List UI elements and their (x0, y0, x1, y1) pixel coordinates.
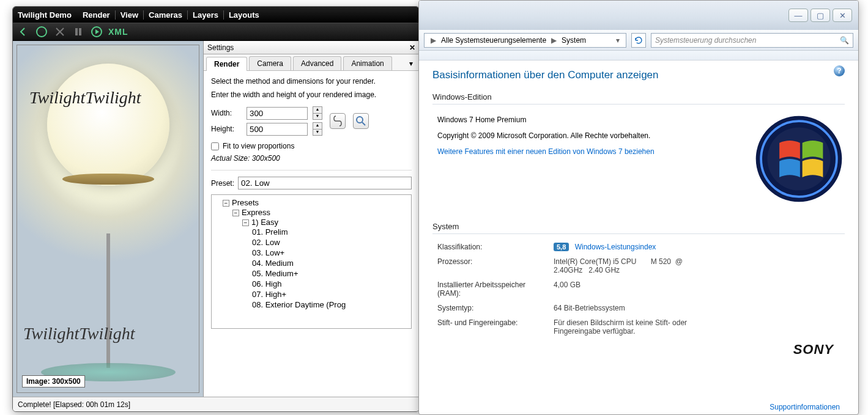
width-spinner[interactable]: ▲▼ (313, 106, 322, 120)
search-placeholder: Systemsteuerung durchsuchen (655, 36, 756, 45)
svg-rect-1 (75, 28, 78, 35)
xml-button[interactable]: XML (108, 27, 128, 37)
preset-item[interactable]: 05. Medium+ (252, 268, 410, 279)
pause-icon[interactable] (72, 25, 85, 39)
preset-item[interactable]: 08. Exterior Daytime (Prog (252, 299, 410, 310)
minimize-button[interactable]: — (788, 9, 808, 22)
tab-animation[interactable]: Animation (343, 56, 391, 70)
fit-proportions-checkbox[interactable] (211, 142, 219, 150)
crumb-level1[interactable]: Alle Systemsteuerungselemente (439, 36, 549, 45)
breadcrumb[interactable]: ▶ Alle Systemsteuerungselemente ▶ System… (424, 33, 626, 48)
settings-pane: Settings ✕ Render Camera Advanced Animat… (204, 41, 419, 397)
cpu-label: Prozessor: (437, 257, 547, 274)
toggle-icon[interactable]: − (242, 219, 249, 226)
desc-line2: Enter the width and height of your rende… (211, 90, 412, 99)
type-label: Systemtyp: (437, 304, 547, 312)
fit-proportions-label: Fit to view proportions (223, 142, 294, 150)
menu-render[interactable]: Render (78, 10, 115, 20)
pen-value: Für diesen Bildschirm ist keine Stift- o… (554, 318, 713, 336)
preset-item[interactable]: 06. High (252, 279, 410, 289)
toggle-icon[interactable]: − (232, 210, 239, 216)
refresh-button[interactable] (631, 33, 646, 48)
twilight-window: Twilight Demo Render View Cameras Layers… (12, 6, 420, 412)
height-input[interactable] (247, 123, 308, 136)
tree-express: −Express −1) Easy 01. Prelim 02. Low 03.… (232, 207, 410, 311)
toggle-icon[interactable]: − (223, 200, 229, 207)
section-system-title: System (432, 222, 845, 231)
menu-layers[interactable]: Layers (187, 10, 223, 20)
breadcrumb-sep-icon[interactable]: ▶ (549, 36, 559, 45)
preset-input[interactable] (238, 177, 412, 189)
features-link[interactable]: Weitere Features mit einer neuen Edition… (437, 147, 655, 156)
zoom-icon[interactable] (353, 113, 369, 129)
svg-point-9 (767, 127, 830, 190)
preset-item[interactable]: 01. Prelim (252, 227, 410, 237)
twilight-toolbar: XML (13, 23, 419, 41)
ram-label: Installierter Arbeitsspeicher (RAM): (437, 281, 547, 298)
watermark-top: TwilightTwilight (29, 88, 141, 108)
app-title: Twilight Demo (18, 10, 72, 20)
menu-view[interactable]: View (115, 10, 143, 20)
tab-render[interactable]: Render (206, 57, 247, 71)
lamp-stem (106, 233, 110, 368)
help-icon[interactable]: ? (834, 65, 845, 76)
command-bar (419, 51, 858, 61)
tree-presets: −Presets −Express −1) Easy 01. Prelim 02… (223, 197, 410, 312)
height-spinner[interactable]: ▲▼ (313, 122, 322, 136)
page-title: Basisinformationen über den Computer anz… (432, 69, 845, 81)
render-preview[interactable]: TwilightTwilight TwilightTwilight Image:… (17, 45, 199, 393)
tab-overflow-icon[interactable]: ▾ (406, 58, 417, 69)
status-bar: Complete! [Elapsed: 00h 01m 12s] (13, 397, 419, 411)
chevron-down-icon[interactable]: ▾ (614, 36, 622, 45)
maximize-button[interactable]: ▢ (811, 9, 830, 22)
image-size-label: Image: 300x500 (22, 375, 85, 387)
preset-item[interactable]: 03. Low+ (252, 248, 410, 258)
actual-size-label: Actual Size: 300x500 (211, 154, 412, 163)
system-body: ? Basisinformationen über den Computer a… (419, 61, 858, 414)
window-titlebar[interactable]: — ▢ ✕ (419, 1, 858, 30)
rating-link[interactable]: Windows-Leistungsindex (575, 243, 656, 251)
search-icon[interactable]: 🔍 (840, 36, 849, 45)
height-label: Height: (211, 125, 242, 133)
svg-point-5 (357, 117, 363, 123)
tab-advanced[interactable]: Advanced (293, 56, 341, 70)
back-icon[interactable] (17, 25, 30, 39)
menu-layouts[interactable]: Layouts (223, 10, 264, 20)
ram-value: 4,00 GB (554, 281, 845, 298)
render-icon[interactable] (35, 25, 48, 39)
pen-label: Stift- und Fingereingabe: (437, 318, 547, 336)
section-edition-title: Windows-Edition (432, 92, 845, 101)
cpu-value: Intel(R) Core(TM) i5 CPU M 520 @ 2.40GHz… (554, 257, 713, 274)
settings-tabs: Render Camera Advanced Animation ▾ (204, 54, 419, 71)
preset-item[interactable]: 07. High+ (252, 289, 410, 299)
edition-name: Windows 7 Home Premium (437, 116, 655, 124)
close-icon[interactable]: ✕ (409, 43, 415, 52)
lamp-rim (62, 174, 154, 185)
support-link[interactable]: Supportinformationen (770, 403, 840, 411)
rating-label: Klassifikation: (437, 243, 547, 251)
preset-item[interactable]: 02. Low (252, 237, 410, 248)
link-dimensions-icon[interactable] (330, 113, 346, 129)
close-button[interactable]: ✕ (833, 9, 852, 22)
breadcrumb-sep-icon[interactable]: ▶ (428, 36, 439, 45)
settings-title: Settings (207, 43, 234, 52)
status-text: Complete! [Elapsed: 00h 01m 12s] (18, 400, 130, 409)
tab-camera[interactable]: Camera (249, 56, 291, 70)
play-icon[interactable] (90, 25, 103, 39)
menu-bar: Render View Cameras Layers Layouts (78, 10, 264, 20)
preset-tree[interactable]: −Presets −Express −1) Easy 01. Prelim 02… (211, 194, 412, 329)
cancel-icon[interactable] (53, 25, 67, 39)
desc-line1: Select the method and dimensions for you… (211, 77, 412, 86)
search-input[interactable]: Systemsteuerung durchsuchen 🔍 (651, 33, 853, 48)
tree-easy: −1) Easy 01. Prelim 02. Low 03. Low+ 04.… (242, 217, 410, 310)
preset-item[interactable]: 04. Medium (252, 258, 410, 268)
copyright-text: Copyright © 2009 Microsoft Corporation. … (437, 131, 655, 140)
width-label: Width: (211, 109, 242, 117)
preset-label: Preset: (211, 179, 234, 188)
twilight-titlebar[interactable]: Twilight Demo Render View Cameras Layers… (13, 7, 419, 23)
width-input[interactable] (247, 107, 308, 120)
svg-rect-2 (79, 28, 81, 35)
crumb-level2[interactable]: System (559, 36, 588, 45)
menu-cameras[interactable]: Cameras (143, 10, 187, 20)
brand-logo: SONY (793, 342, 834, 358)
